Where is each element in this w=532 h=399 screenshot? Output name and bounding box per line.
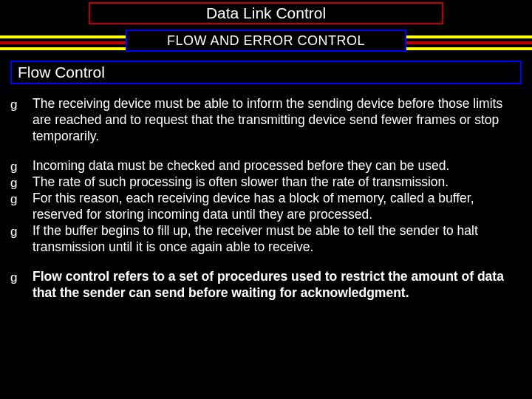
slide-title-box: Data Link Control [89,2,443,24]
slide-subtitle: FLOW AND ERROR CONTROL [167,33,365,49]
bullet-item: g The receiving device must be able to i… [10,96,522,145]
bullet-item: g Flow control refers to a set of proced… [10,269,522,301]
bullet-text: Incoming data must be checked and proces… [33,158,522,174]
bullet-text: The rate of such processing is often slo… [33,174,522,191]
bullet-text: If the buffer begins to fill up, the rec… [33,223,522,256]
bullet-marker-icon: g [10,223,33,239]
section-heading-box: Flow Control [10,61,522,84]
slide-body: g The receiving device must be able to i… [10,96,522,314]
bullet-group: g Flow control refers to a set of proced… [10,269,522,301]
bullet-marker-icon: g [10,191,33,207]
bullet-group: g Incoming data must be checked and proc… [10,158,522,256]
bullet-marker-icon: g [10,174,33,191]
bullet-group: g The receiving device must be able to i… [10,96,522,145]
bullet-item: g If the buffer begins to fill up, the r… [10,223,522,256]
bullet-item: g The rate of such processing is often s… [10,174,522,191]
bullet-item: g For this reason, each receiving device… [10,191,522,223]
slide-title: Data Link Control [206,4,326,22]
slide-subtitle-box: FLOW AND ERROR CONTROL [126,30,406,52]
bullet-text: For this reason, each receiving device h… [33,191,522,223]
bullet-text: Flow control refers to a set of procedur… [33,269,522,301]
bullet-marker-icon: g [10,96,33,112]
bullet-marker-icon: g [10,158,33,174]
bullet-text: The receiving device must be able to inf… [33,96,522,145]
bullet-item: g Incoming data must be checked and proc… [10,158,522,174]
bullet-marker-icon: g [10,269,33,285]
section-heading: Flow Control [18,64,105,81]
